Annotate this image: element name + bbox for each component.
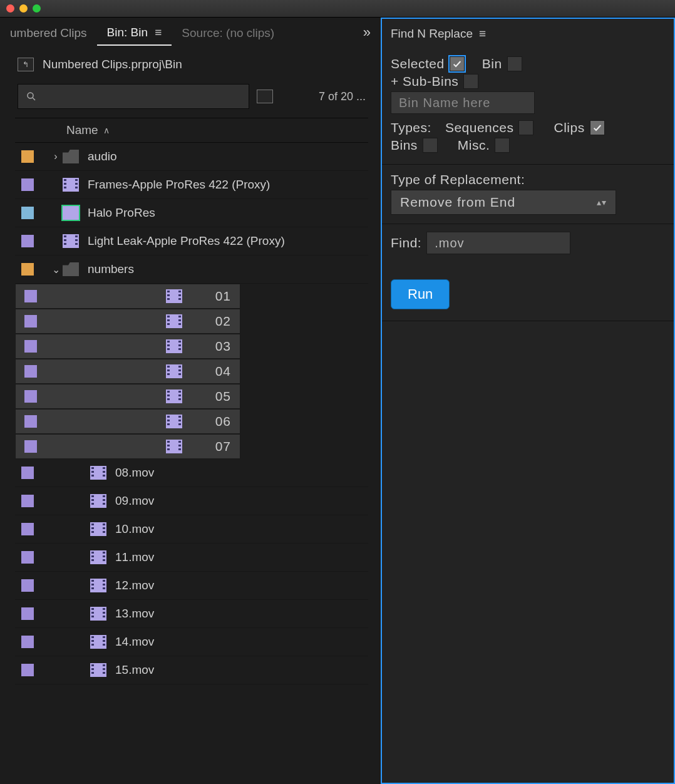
panel-title: Find N Replace [391,27,473,41]
bin-row[interactable]: 09.mov [15,487,368,515]
checkbox-misc[interactable] [495,138,510,153]
bin-row[interactable]: 11.mov [15,544,368,572]
row-label: 05 [215,389,231,404]
label-selected: Selected [391,56,445,71]
row-label: 01 [215,289,231,304]
row-label: audio [88,150,117,163]
tab-bin[interactable]: Bin: Bin ≡ [97,19,172,46]
panel-menu-icon[interactable]: ≡ [479,27,486,41]
checkbox-subbins[interactable] [463,74,478,89]
color-chip [24,290,37,302]
sequence-icon [63,206,79,220]
row-label: 06 [215,414,231,429]
nav-up-icon[interactable]: ↰ [18,58,34,71]
row-label: 03 [215,339,231,354]
bin-row[interactable]: 12.mov [15,572,368,600]
row-label: 08.mov [115,466,154,480]
row-label: 09.mov [115,494,154,508]
bin-row[interactable]: 06 [15,409,240,434]
bin-row[interactable]: 13.mov [15,600,368,628]
find-input[interactable] [426,232,570,254]
bin-row[interactable]: Frames-Apple ProRes 422 (Proxy) [15,171,368,199]
expand-toggle-icon[interactable]: › [49,151,63,162]
bin-row[interactable]: 02 [15,309,240,334]
bin-row[interactable]: 08.mov [15,459,368,487]
row-label: numbers [88,262,134,276]
label-subbins: + Sub-Bins [391,74,458,89]
replacement-mode-value: Remove from End [400,195,515,210]
color-chip [24,390,37,403]
search-icon [26,91,37,102]
sort-asc-icon: ∧ [103,125,110,135]
bin-name-input[interactable] [391,91,535,114]
color-chip [21,551,34,564]
run-button[interactable]: Run [391,279,450,309]
row-label: Halo ProRes [88,206,155,220]
new-bin-icon[interactable] [257,90,273,103]
clip-icon [90,579,106,592]
color-chip [21,150,34,163]
bin-row[interactable]: 04 [15,359,240,384]
tab-bin-menu-icon[interactable]: ≡ [155,26,162,39]
tab-source[interactable]: Source: (no clips) [172,20,284,45]
bin-row[interactable]: ⌄numbers [15,255,368,284]
tab-project[interactable]: umbered Clips [0,20,97,45]
row-label: 13.mov [115,607,154,621]
checkbox-bins[interactable] [423,138,438,153]
bin-row[interactable]: 05 [15,384,240,409]
label-misc: Misc. [458,138,490,153]
bin-row[interactable]: ›audio [15,143,368,171]
checkbox-selected[interactable] [450,56,465,71]
minimize-dot[interactable] [19,4,28,13]
label-clips: Clips [554,120,584,135]
clip-icon [90,607,106,621]
bin-row[interactable]: 15.mov [15,656,368,684]
checkbox-clips[interactable] [590,120,605,135]
bin-row[interactable]: Light Leak-Apple ProRes 422 (Proxy) [15,227,368,255]
tabs-overflow-icon[interactable]: » [357,24,377,41]
bin-row[interactable]: 03 [15,334,240,359]
expand-toggle-icon[interactable]: ⌄ [49,264,63,276]
close-dot[interactable] [6,4,14,13]
svg-line-1 [33,98,35,100]
bin-row[interactable]: 01 [15,284,240,309]
label-bins: Bins [391,138,418,153]
color-chip [21,523,34,535]
bin-row[interactable]: 14.mov [15,628,368,656]
row-label: 07 [215,439,231,454]
row-label: 11.mov [115,550,154,564]
color-chip [21,467,34,479]
row-label: 12.mov [115,579,154,592]
label-type-of-replacement: Type of Replacement: [391,172,525,187]
column-name-label: Name [66,123,98,137]
row-label: 04 [215,364,231,379]
window-titlebar [0,0,675,18]
row-label: Light Leak-Apple ProRes 422 (Proxy) [88,234,285,248]
color-chip [21,579,34,592]
color-chip [21,178,34,191]
replacement-mode-select[interactable]: Remove from End ▴▾ [391,190,616,215]
checkbox-sequences[interactable] [518,120,533,135]
clip-icon [166,364,182,378]
bin-list: ›audioFrames-Apple ProRes 422 (Proxy)Hal… [15,143,368,784]
clip-icon [90,635,106,649]
label-bin: Bin [482,56,502,71]
bin-row[interactable]: 10.mov [15,515,368,544]
color-chip [21,607,34,620]
bin-row[interactable]: Halo ProRes [15,199,368,227]
chevron-updown-icon: ▴▾ [597,197,607,207]
color-chip [24,365,37,378]
label-types: Types: [391,120,431,135]
checkbox-bin[interactable] [507,56,522,71]
clip-icon [166,289,182,303]
row-label: 02 [215,314,231,329]
clip-icon [90,494,106,508]
folder-icon [63,150,79,163]
bin-row[interactable]: 07 [15,434,240,459]
column-header[interactable]: Name ∧ [15,118,368,143]
zoom-dot[interactable] [33,4,41,13]
search-input[interactable] [18,84,249,109]
clip-icon [166,415,182,428]
row-label: 15.mov [115,663,154,677]
breadcrumb: Numbered Clips.prproj\Bin [43,58,182,71]
